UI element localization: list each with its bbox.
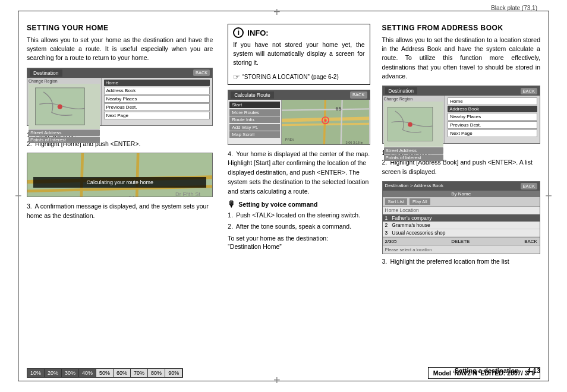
addr-tabs: Sort List Play All	[383, 197, 540, 207]
svg-line-15	[325, 100, 326, 144]
svg-text:Dr Ffith St: Dr Ffith St	[175, 191, 200, 197]
dest-label-1: Destination	[30, 69, 62, 77]
map-scroll-btn[interactable]: Map Scroll	[229, 131, 280, 138]
street-address-btn-2[interactable]: Street Address	[384, 147, 444, 154]
columns-container: SETTING YOUR HOME This allows you to set…	[27, 18, 540, 350]
change-region-label-2: Change Region	[384, 97, 444, 101]
crosshair-left: +	[15, 190, 22, 202]
addr-item-1[interactable]: 1 Father's company	[383, 214, 540, 222]
seg-80: 80%	[148, 369, 165, 377]
page-border-bottom	[18, 381, 549, 381]
add-way-btn[interactable]: Add Way Pt.	[229, 124, 280, 131]
region-map-1	[29, 84, 100, 129]
svg-text:B Ffith St: B Ffith St	[120, 195, 143, 197]
address-book-btn-2[interactable]: Address Book	[448, 106, 537, 112]
left-body-text: This allows you to set your home as the …	[27, 36, 213, 63]
calc-screen-header: Calculate Route BACK	[228, 90, 369, 100]
home-btn-2[interactable]: Home	[448, 97, 537, 105]
left-step-3: 3. A confirmation message is displayed, …	[27, 202, 213, 221]
svg-text:PREV: PREV	[285, 137, 295, 141]
nav-screen-body-1: Change Region Street Address	[27, 78, 212, 125]
home-location-item[interactable]: Home Location	[383, 207, 540, 214]
poi-btn-1[interactable]: Points of Interest	[29, 137, 100, 143]
addr-back2-btn[interactable]: BACK	[524, 239, 537, 244]
svg-point-19	[325, 119, 327, 122]
seg-90: 90%	[165, 369, 182, 377]
seg-50: 50%	[96, 369, 114, 377]
addr-footer: Please select a location	[383, 245, 540, 254]
destination-screen-1: Destination BACK Change Region	[27, 68, 213, 126]
route-msg-box: Calculating your route home	[33, 177, 206, 188]
voice-icon: 🎙	[228, 200, 236, 209]
info-body: If you have not stored your home yet, th…	[233, 40, 364, 68]
calc-title: Calculate Route	[231, 91, 273, 99]
nearby-places-btn-2[interactable]: Nearby Places	[448, 113, 537, 121]
addr-delete-btn[interactable]: DELETE	[451, 239, 470, 244]
region-map-2	[384, 102, 444, 147]
home-btn-1[interactable]: Home	[104, 80, 210, 86]
crosshair-right: +	[545, 190, 552, 202]
change-region-label: Change Region	[29, 79, 100, 83]
addr-page-info: 2/305	[385, 239, 397, 244]
back-btn-1[interactable]: BACK	[193, 69, 210, 76]
seg-60: 60%	[114, 369, 131, 377]
nav-screen-menu-1: Home Address Book Nearby Places Previous…	[102, 78, 213, 125]
crosshair-top: +	[273, 6, 281, 18]
next-page-btn-1[interactable]: Next Page	[104, 112, 210, 119]
calc-map: 65 PREV 3:06 3:16 in	[282, 100, 369, 144]
nav-screen-header-1: Destination BACK	[27, 68, 212, 78]
addr-search-label: By Name	[383, 191, 540, 197]
right-section-title: SETTING FROM ADDRESS BOOK	[382, 24, 540, 32]
mid-column: i INFO: If you have not stored your home…	[222, 24, 376, 350]
bottom-bar: 10% 20% 30% 40% 50% 60% 70% 80% 90% Mode…	[27, 367, 540, 379]
calc-screen-body: Start More Routes Route Info. Add Way Pt…	[228, 100, 369, 144]
voice-title: 🎙 Setting by voice command	[228, 200, 370, 209]
mid-step-4: 4. Your home is displayed at the center …	[228, 150, 370, 197]
voice-dest-cmd: “Destination Home”	[228, 243, 370, 250]
address-book-screen: Destination > Address Book BACK By Name …	[382, 181, 540, 254]
more-routes-btn[interactable]: More Routes	[229, 109, 280, 116]
route-info-btn[interactable]: Route Info.	[229, 116, 280, 123]
right-body-text: This allows you to set the destination t…	[382, 36, 540, 81]
main-content: SETTING YOUR HOME This allows you to set…	[27, 18, 540, 374]
progress-bar: 10% 20% 30% 40% 50% 60% 70% 80% 90%	[27, 368, 183, 378]
calc-back-btn[interactable]: BACK	[350, 91, 367, 99]
back-btn-2[interactable]: BACK	[521, 88, 537, 94]
address-book-btn-1[interactable]: Address Book	[104, 87, 210, 94]
nav-screen-menu-2: Home Address Book Nearby Places Previous…	[445, 96, 540, 143]
seg-30: 30%	[62, 369, 79, 377]
svg-line-6	[137, 153, 138, 197]
previous-dest-btn-1[interactable]: Previous Dest.	[104, 103, 210, 111]
route-home-screen: Y10 32 Dr Ffith St B Ffith St Calculatin…	[27, 153, 213, 197]
voice-step-1: 1. Push <TALK> located on the steering s…	[228, 211, 370, 220]
plate-header: Black plate (73,1)	[491, 5, 537, 11]
svg-line-5	[81, 153, 83, 197]
previous-dest-btn-2[interactable]: Previous Dest.	[448, 121, 537, 129]
seg-40: 40%	[79, 369, 96, 377]
seg-10: 10%	[27, 369, 45, 377]
addr-item-2[interactable]: 2 Gramma's house	[383, 222, 540, 229]
nearby-places-btn-1[interactable]: Nearby Places	[104, 95, 210, 103]
addr-bottom-bar: 2/305 DELETE BACK	[383, 237, 540, 245]
addr-item-3[interactable]: 3 Usual Accessories shop	[383, 229, 540, 237]
nav-screen-header-2: Destination BACK	[383, 86, 540, 96]
start-btn[interactable]: Start	[229, 102, 280, 108]
page-border-top	[18, 11, 549, 11]
street-address-btn-1[interactable]: Street Address	[29, 129, 100, 136]
info-icon: i	[233, 27, 244, 38]
next-page-btn-2[interactable]: Next Page	[448, 129, 537, 137]
calc-route-screen: Calculate Route BACK Start More Routes R…	[228, 90, 370, 145]
seg-20: 20%	[45, 369, 62, 377]
play-all-tab[interactable]: Play All	[410, 198, 430, 205]
addr-screen-header: Destination > Address Book BACK	[383, 182, 540, 191]
sort-list-tab[interactable]: Sort List	[385, 198, 408, 205]
nav-screen-map-1: Change Region Street Address	[27, 78, 102, 125]
nav-screen-map-2: Change Region Street Address	[383, 96, 446, 143]
right-column: SETTING FROM ADDRESS BOOK This allows yo…	[376, 24, 540, 350]
addr-back-btn[interactable]: BACK	[521, 183, 537, 189]
poi-btn-2[interactable]: Points of Interest	[384, 154, 444, 161]
nav-screen-body-2: Change Region Street Address	[383, 96, 540, 143]
calc-menu: Start More Routes Route Info. Add Way Pt…	[228, 100, 282, 144]
destination-screen-2: Destination BACK Change Region	[382, 86, 540, 144]
info-ref: ☞ “STORING A LOCATION” (page 6-2)	[233, 72, 364, 81]
